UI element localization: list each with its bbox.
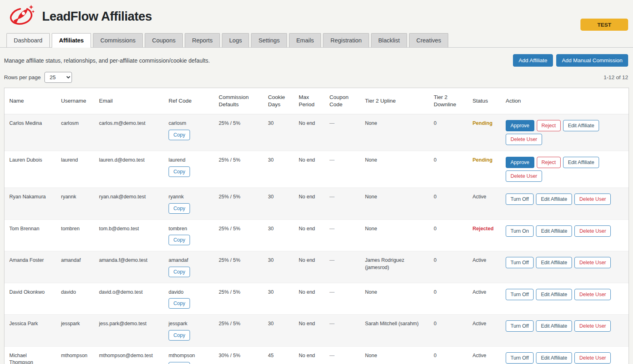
edit-button[interactable]: Edit Affiliate [563, 120, 599, 131]
delete-button[interactable]: Delete User [574, 194, 611, 205]
coupon-code: — [325, 315, 360, 347]
affiliate-ref-code-cell: davidoCopy [164, 283, 214, 315]
tab-creatives[interactable]: Creatives [409, 33, 448, 47]
tier2-downline: 0 [429, 346, 468, 364]
turn-off-button[interactable]: Turn Off [506, 289, 534, 300]
approve-button[interactable]: Approve [506, 157, 534, 168]
max-period: No end [294, 346, 325, 364]
edit-button[interactable]: Edit Affiliate [536, 352, 572, 364]
copy-button[interactable]: Copy [169, 330, 190, 341]
affiliate-email: carlos.m@demo.test [94, 114, 164, 151]
status-badge: Pending [473, 157, 492, 163]
add-manual-commission-button[interactable]: Add Manual Commission [556, 54, 628, 67]
tab-affiliates[interactable]: Affiliates [52, 33, 91, 48]
copy-button[interactable]: Copy [169, 267, 190, 277]
tab-reports[interactable]: Reports [185, 33, 220, 47]
ref-code: amandaf [169, 257, 188, 264]
tier2-downline: 0 [429, 283, 468, 315]
affiliate-table-body: Carlos Medinacarlosmcarlos.m@demo.testca… [4, 114, 629, 364]
test-button[interactable]: TEST [580, 19, 628, 31]
copy-button[interactable]: Copy [169, 166, 190, 177]
turn-off-button[interactable]: Turn Off [506, 257, 534, 268]
tab-coupons[interactable]: Coupons [145, 33, 183, 47]
delete-button[interactable]: Delete User [506, 170, 542, 182]
affiliate-email: tom.b@demo.test [94, 219, 164, 251]
affiliate-email: david.o@demo.test [94, 283, 164, 315]
delete-button[interactable]: Delete User [574, 257, 611, 268]
coupon-code: — [325, 283, 360, 315]
cookie-days: 30 [263, 114, 294, 151]
delete-button[interactable]: Delete User [574, 289, 611, 300]
affiliate-username: ryannk [56, 188, 94, 220]
tier2-downline: 0 [429, 151, 468, 188]
tier2-upline: Sarah Mitchell (sarahm) [360, 315, 429, 347]
turn-off-button[interactable]: Turn Off [506, 194, 534, 205]
tab-blacklist[interactable]: Blacklist [371, 33, 407, 47]
tab-commissions[interactable]: Commissions [93, 33, 143, 47]
reject-button[interactable]: Reject [537, 120, 561, 131]
tier2-downline: 0 [429, 251, 468, 283]
copy-button[interactable]: Copy [169, 298, 190, 309]
status-cell: Active [468, 188, 501, 220]
copy-button[interactable]: Copy [169, 362, 190, 364]
cookie-days: 30 [263, 251, 294, 283]
tab-settings[interactable]: Settings [251, 33, 287, 47]
status-badge: Active [473, 321, 486, 326]
affiliate-username: davido [56, 283, 94, 315]
max-period: No end [294, 315, 325, 347]
tab-emails[interactable]: Emails [289, 33, 321, 47]
affiliate-username: tombren [56, 219, 94, 251]
column-header: Cookie Days [263, 88, 294, 114]
tier2-downline: 0 [429, 219, 468, 251]
coupon-code: — [325, 114, 360, 151]
commission-defaults: 25% / 5% [214, 251, 263, 283]
status-badge: Active [473, 289, 486, 295]
tier2-upline: None [360, 219, 429, 251]
edit-button[interactable]: Edit Affiliate [536, 289, 572, 300]
delete-button[interactable]: Delete User [574, 225, 611, 237]
turn-on-button[interactable]: Turn On [506, 225, 534, 237]
cookie-days: 45 [263, 346, 294, 364]
affiliate-name: Michael Thompson [4, 346, 56, 364]
edit-button[interactable]: Edit Affiliate [536, 257, 572, 268]
table-row: Tom Brennantombrentom.b@demo.testtombren… [4, 219, 629, 251]
reject-button[interactable]: Reject [537, 157, 561, 168]
column-header: Tier 2 Downline [429, 88, 468, 114]
row-actions: ApproveRejectEdit AffiliateDelete User [506, 120, 624, 145]
turn-off-button[interactable]: Turn Off [506, 320, 534, 332]
table-row: Amanda Fosteramandafamanda.f@demo.testam… [4, 251, 629, 283]
column-header: Commission Defaults [214, 88, 263, 114]
affiliate-ref-code-cell: ryannkCopy [164, 188, 214, 220]
edit-button[interactable]: Edit Affiliate [536, 320, 572, 332]
copy-button[interactable]: Copy [169, 235, 190, 245]
status-badge: Active [473, 353, 486, 358]
table-row: Michael Thompsonmthompsonmthompson@demo.… [4, 346, 629, 364]
action-cell: Turn OffEdit AffiliateDelete User [501, 188, 629, 220]
affiliate-ref-code-cell: jessparkCopy [164, 315, 214, 347]
ref-code: tombren [169, 225, 187, 233]
affiliate-name: Lauren Dubois [4, 151, 56, 188]
status-badge: Rejected [473, 226, 494, 231]
copy-button[interactable]: Copy [169, 203, 190, 214]
delete-button[interactable]: Delete User [574, 320, 611, 332]
add-affiliate-button[interactable]: Add Affiliate [513, 54, 553, 67]
tier2-upline: James Rodriguez (jamesrod) [360, 251, 429, 283]
column-header: Username [56, 88, 94, 114]
approve-button[interactable]: Approve [506, 120, 534, 131]
delete-button[interactable]: Delete User [506, 134, 542, 145]
turn-off-button[interactable]: Turn Off [506, 352, 534, 364]
delete-button[interactable]: Delete User [574, 352, 611, 364]
edit-button[interactable]: Edit Affiliate [536, 194, 572, 205]
tab-registration[interactable]: Registration [323, 33, 369, 47]
action-cell: Turn OffEdit AffiliateDelete User [501, 315, 629, 347]
tab-dashboard[interactable]: Dashboard [6, 33, 50, 47]
affiliate-name: Amanda Foster [4, 251, 56, 283]
copy-button[interactable]: Copy [169, 130, 190, 140]
pagination-range: 1-12 of 12 [603, 74, 628, 80]
rows-per-page-select[interactable]: 25 [44, 72, 72, 83]
edit-button[interactable]: Edit Affiliate [536, 225, 572, 237]
tab-logs[interactable]: Logs [222, 33, 249, 47]
edit-button[interactable]: Edit Affiliate [563, 157, 599, 168]
column-header: Ref Code [164, 88, 214, 114]
commission-defaults: 25% / 5% [214, 188, 263, 220]
